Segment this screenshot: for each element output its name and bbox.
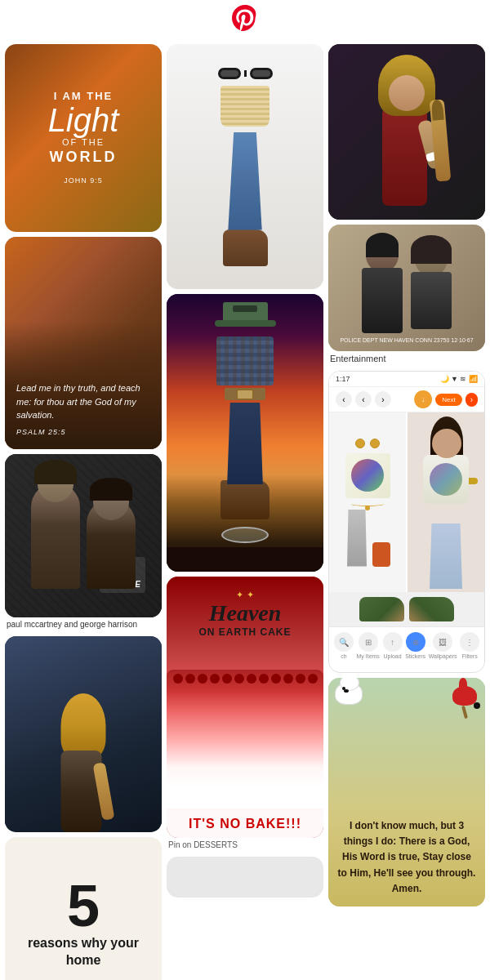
five-subtitle: reasons why your home — [18, 935, 149, 969]
status-time: 1:17 — [336, 375, 350, 383]
toolbar-search[interactable]: 🔍 ch — [334, 632, 354, 659]
bible-light-text: I AM THE Light OF THE WORLD JOHN 9:5 — [48, 90, 119, 186]
nav-fwd[interactable]: › — [375, 391, 391, 408]
pin-rock-guitarist[interactable] — [328, 44, 485, 220]
pin-heaven-cake[interactable]: ✦ ✦ Heaven ON EARTH CAKE — [167, 577, 323, 852]
bible-main-word: Light — [48, 104, 119, 136]
desert-text: Lead me in thy truth, and teach me: for … — [5, 370, 162, 449]
masonry-grid: I AM THE Light OF THE WORLD JOHN 9:5 Lea… — [0, 41, 490, 980]
phone-status-bar: 1:17 🌙 ▼ ≋ 📶 — [329, 372, 484, 387]
entertainment-label: Entertainment — [328, 351, 485, 366]
pin-guitar-blond[interactable] — [5, 636, 162, 832]
heaven-title-area: ✦ ✦ Heaven ON EARTH CAKE — [167, 590, 323, 638]
toolbar-my-items[interactable]: ⊞ My Items — [356, 632, 379, 659]
toolbar-upload[interactable]: ↑ Upload — [383, 632, 403, 659]
pin-five-reasons[interactable]: 5 reasons why your home — [5, 837, 162, 980]
cardinal-quote-text: I don't know much, but 3 things I do: Th… — [336, 818, 477, 897]
download-icon[interactable]: ↓ — [414, 390, 432, 408]
nav-forward-btn[interactable]: › — [466, 393, 478, 407]
psalm-ref: PSALM 25:5 — [16, 427, 150, 439]
bible-verse1: JOHN 9:5 — [48, 176, 119, 186]
pin-cardinal-quote[interactable]: I don't know much, but 3 things I do: Th… — [328, 678, 485, 906]
pin-desert-psalm[interactable]: Lead me in thy truth, and teach me: for … — [5, 237, 162, 449]
heaven-word: Heaven — [167, 600, 323, 626]
five-reasons-content: 5 reasons why your home — [18, 876, 149, 969]
phone-nav[interactable]: ‹ ‹ › ↓ Next › — [329, 387, 484, 412]
pin-on-desserts-label: Pin on DESSERTS — [167, 838, 323, 852]
toolbar-stickers[interactable]: ⊕ Stickers — [405, 632, 425, 659]
pin-sunset-outfit[interactable] — [167, 294, 323, 572]
bible-world: WORLD — [48, 148, 119, 167]
column-2: ✦ ✦ Heaven ON EARTH CAKE — [167, 44, 323, 980]
pin-beatles[interactable]: I ❤ GEORGE paul mccartney and george har… — [5, 454, 162, 631]
psalm-text: Lead me in thy truth, and teach me: for … — [16, 381, 150, 422]
on-earth-text: ON EARTH CAKE — [167, 626, 323, 638]
pin-bible-light[interactable]: I AM THE Light OF THE WORLD JOHN 9:5 — [5, 44, 162, 232]
mugshot-text: POLICE DEPT NEW HAVEN CONN 23750 12·10·6… — [328, 336, 485, 345]
column-3: POLICE DEPT NEW HAVEN CONN 23750 12·10·6… — [328, 44, 485, 980]
cake-cherries — [171, 674, 319, 723]
pinterest-logo[interactable] — [232, 5, 258, 37]
pin-phone-screenshot[interactable]: 1:17 🌙 ▼ ≋ 📶 ‹ ‹ › ↓ Next › — [328, 371, 485, 673]
pin-western-outfit[interactable] — [167, 44, 323, 289]
toolbar-wallpapers[interactable]: 🖼 Wallpapers — [429, 632, 457, 659]
phone-bottom-toolbar: 🔍 ch ⊞ My Items ↑ Upload ⊕ Stickers — [329, 626, 484, 664]
nav-back2[interactable]: ‹ — [355, 391, 372, 408]
outfit-collage-grid — [329, 412, 484, 592]
app-header — [0, 0, 490, 41]
snoopy-character — [335, 682, 363, 705]
column-1: I AM THE Light OF THE WORLD JOHN 9:5 Lea… — [5, 44, 162, 980]
pin-stub-bottom[interactable] — [167, 857, 323, 898]
pin-mugshot[interactable]: POLICE DEPT NEW HAVEN CONN 23750 12·10·6… — [328, 225, 485, 366]
sunset-outfit-items — [167, 302, 323, 543]
app-container: I AM THE Light OF THE WORLD JOHN 9:5 Lea… — [0, 0, 490, 980]
toolbar-filters[interactable]: ⋮ Filters — [460, 632, 479, 659]
sneakers-row — [329, 592, 484, 626]
nav-back[interactable]: ‹ — [336, 391, 352, 408]
bible-line2: OF THE — [48, 136, 119, 148]
five-number: 5 — [18, 876, 149, 935]
no-bake-text: IT'S NO BAKE!!! — [167, 817, 323, 831]
status-icons: 🌙 ▼ ≋ 📶 — [440, 375, 478, 383]
beatles-label: paul mccartney and george harrison — [5, 617, 162, 631]
cardinal-bird — [452, 686, 477, 719]
nav-next-btn[interactable]: Next — [435, 394, 461, 406]
heaven-stars: ✦ ✦ — [167, 590, 323, 600]
